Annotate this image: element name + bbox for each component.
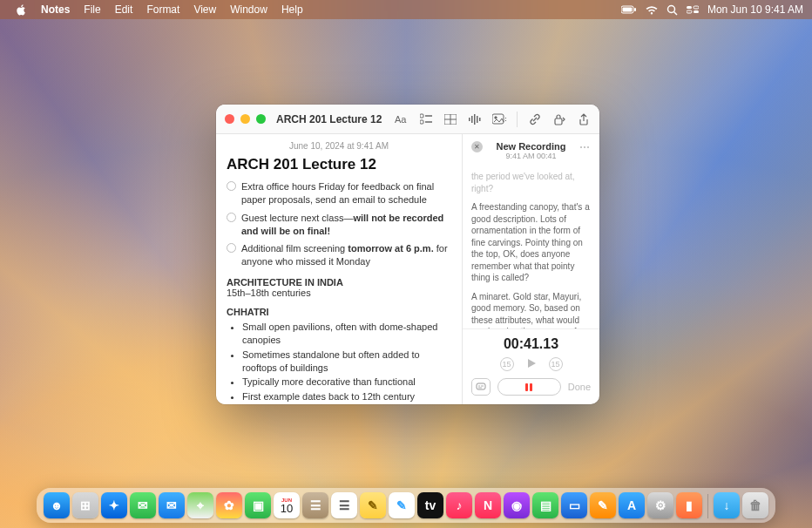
- dock-icon-pages[interactable]: ✎: [590, 492, 616, 518]
- svg-rect-21: [479, 118, 481, 121]
- window-close-button[interactable]: [225, 114, 234, 124]
- svg-rect-7: [687, 10, 692, 13]
- skip-forward-button[interactable]: 15: [549, 357, 563, 371]
- dock-icon-photos[interactable]: ✿: [216, 492, 242, 518]
- menu-help[interactable]: Help: [274, 3, 310, 16]
- play-button[interactable]: [526, 358, 537, 370]
- more-button[interactable]: ⋯: [579, 141, 591, 153]
- pause-recording-button[interactable]: [497, 378, 561, 396]
- svg-line-4: [673, 11, 677, 15]
- dock-icon-reminders[interactable]: ☰: [331, 492, 357, 518]
- transcript-line: A minaret. Gold star, Mayuri, good memor…: [471, 291, 591, 329]
- svg-rect-2: [634, 8, 636, 11]
- checklist-item[interactable]: Additional film screening tomorrow at 6 …: [227, 242, 451, 268]
- notes-window: ARCH 201 Lecture 12 Aa June 10, 2024 at …: [216, 105, 599, 404]
- dock-icon-downloads[interactable]: ↓: [714, 492, 740, 518]
- window-title: ARCH 201 Lecture 12: [276, 113, 382, 125]
- spotlight-icon[interactable]: [667, 4, 678, 16]
- dock-icon-contacts[interactable]: ☰: [302, 492, 328, 518]
- svg-rect-25: [477, 383, 485, 389]
- list-item: First example dates back to 12th century: [242, 390, 451, 403]
- control-center-icon[interactable]: [687, 4, 699, 15]
- app-name[interactable]: Notes: [34, 3, 77, 16]
- dock-icon-calendar[interactable]: JUN10: [274, 492, 300, 518]
- svg-rect-20: [477, 116, 478, 123]
- dock: ☻⊞✦✉✉⌖✿▣JUN10☰☰✎✎tv♪N◉▤▭✎A⚙▮ ↓🗑: [37, 488, 775, 523]
- section-subheading: 15th–18th centuries: [227, 288, 451, 298]
- dock-icon-appstore[interactable]: A: [619, 492, 645, 518]
- menu-view[interactable]: View: [186, 3, 223, 16]
- dock-icon-music[interactable]: ♪: [446, 492, 472, 518]
- note-body[interactable]: June 10, 2024 at 9:41 AM ARCH 201 Lectur…: [216, 134, 462, 404]
- dock-icon-freeform[interactable]: ✎: [389, 492, 415, 518]
- svg-rect-18: [471, 116, 473, 123]
- lock-button[interactable]: [552, 112, 566, 126]
- dock-icon-safari[interactable]: ✦: [101, 492, 127, 518]
- checklist-item[interactable]: Guest lecture next class—will not be rec…: [227, 212, 451, 238]
- svg-rect-19: [474, 114, 476, 125]
- svg-rect-12: [420, 120, 423, 124]
- dock-icon-trash[interactable]: 🗑: [742, 492, 768, 518]
- menu-edit[interactable]: Edit: [108, 3, 140, 16]
- checkbox-icon[interactable]: [227, 243, 236, 253]
- menu-file[interactable]: File: [77, 3, 107, 16]
- checkbox-icon[interactable]: [227, 213, 236, 222]
- checklist-item[interactable]: Extra office hours Friday for feedback o…: [227, 180, 451, 206]
- dock-icon-launchpad[interactable]: ⊞: [72, 492, 98, 518]
- checklist-button[interactable]: [419, 112, 433, 126]
- dock-icon-iphone[interactable]: ▮: [676, 492, 702, 518]
- dock-icon-settings[interactable]: ⚙: [647, 492, 673, 518]
- recording-panel: ✕ New Recording 9:41 AM 00:41 ⋯ the peri…: [462, 134, 599, 404]
- done-button[interactable]: Done: [568, 382, 591, 392]
- dock-icon-maps[interactable]: ⌖: [187, 492, 213, 518]
- menu-format[interactable]: Format: [139, 3, 186, 16]
- battery-icon[interactable]: [621, 5, 637, 14]
- section-heading: CHHATRI: [227, 307, 451, 317]
- svg-text:Aa: Aa: [395, 114, 407, 125]
- list-item: Sometimes standalone but often added to …: [242, 349, 451, 375]
- svg-point-3: [667, 5, 674, 12]
- media-button[interactable]: [492, 112, 506, 126]
- dock-icon-facetime[interactable]: ▣: [245, 492, 271, 518]
- menu-window[interactable]: Window: [223, 3, 274, 16]
- dock-icon-numbers[interactable]: ▤: [532, 492, 558, 518]
- share-button[interactable]: [577, 112, 591, 126]
- audio-button[interactable]: [468, 112, 482, 126]
- checkbox-icon[interactable]: [227, 181, 236, 191]
- dock-icon-news[interactable]: N: [475, 492, 501, 518]
- dock-icon-messages[interactable]: ✉: [130, 492, 156, 518]
- dock-separator: [707, 494, 708, 518]
- menubar-clock[interactable]: Mon Jun 10 9:41 AM: [707, 3, 803, 16]
- pause-icon: [525, 383, 532, 391]
- dock-icon-notes[interactable]: ✎: [360, 492, 386, 518]
- dock-icon-keynote[interactable]: ▭: [561, 492, 587, 518]
- close-panel-button[interactable]: ✕: [471, 141, 483, 152]
- dock-icon-finder[interactable]: ☻: [44, 492, 70, 518]
- section-heading: ARCHITECTURE IN INDIA: [227, 277, 451, 288]
- note-date: June 10, 2024 at 9:41 AM: [227, 141, 451, 151]
- apple-menu[interactable]: [9, 4, 34, 16]
- window-minimize-button[interactable]: [240, 114, 250, 124]
- svg-rect-5: [687, 6, 692, 9]
- window-zoom-button[interactable]: [256, 114, 266, 124]
- dock-icon-podcasts[interactable]: ◉: [504, 492, 530, 518]
- dock-icon-mail[interactable]: ✉: [159, 492, 185, 518]
- dock-icon-tv[interactable]: tv: [417, 492, 443, 518]
- recording-subtitle: 9:41 AM 00:41: [483, 152, 579, 160]
- transcript-toggle-button[interactable]: [471, 378, 491, 396]
- transcript-line: A freestanding canopy, that's a good des…: [471, 201, 591, 284]
- svg-rect-6: [694, 6, 699, 9]
- transcript[interactable]: the period we've looked at, right? A fre…: [463, 167, 599, 328]
- wifi-icon[interactable]: [646, 5, 658, 15]
- transcript-line: the period we've looked at, right?: [471, 171, 591, 194]
- recording-timer: 00:41.13: [471, 336, 591, 352]
- list-item: Small open pavilions, often with dome-sh…: [242, 321, 451, 347]
- skip-back-button[interactable]: 15: [500, 357, 514, 371]
- link-button[interactable]: [528, 112, 542, 126]
- table-button[interactable]: [443, 112, 457, 126]
- list-item: Typically more decorative than functiona…: [242, 376, 451, 389]
- titlebar: ARCH 201 Lecture 12 Aa: [216, 105, 599, 134]
- svg-rect-8: [694, 10, 699, 13]
- apple-logo-icon: [16, 4, 27, 16]
- text-style-button[interactable]: Aa: [395, 112, 409, 126]
